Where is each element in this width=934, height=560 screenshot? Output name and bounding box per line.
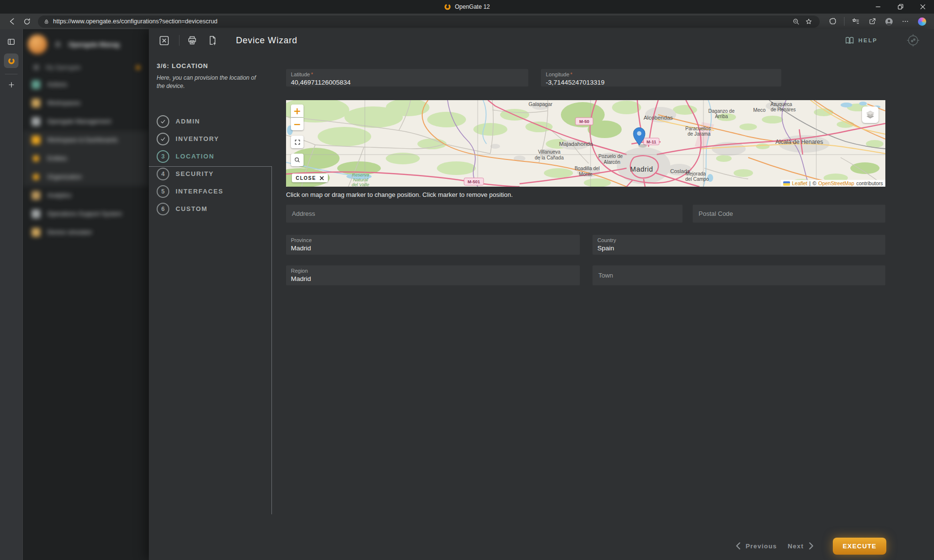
avatar[interactable] (28, 35, 47, 54)
print-icon[interactable] (186, 35, 198, 46)
map-close-button[interactable]: CLOSE (292, 174, 328, 182)
header-separator (179, 35, 180, 46)
map-hint-text: Click on map or drag marker to change po… (286, 191, 885, 198)
step-interfaces[interactable]: 5 INTERFACES (157, 183, 263, 200)
map-label: de Henares (771, 107, 796, 112)
settings-menu-icon[interactable] (898, 15, 913, 28)
share-icon[interactable] (865, 15, 880, 28)
country-value[interactable]: Spain (597, 245, 880, 252)
attrib-separator: | (809, 180, 811, 186)
url-text[interactable]: https://www.opengate.es/configurations?s… (53, 18, 790, 25)
notification-dot (136, 66, 140, 70)
map-zoom-out-button[interactable]: − (291, 118, 304, 130)
sidebar-item-actions[interactable]: Actions (23, 75, 149, 94)
latitude-value[interactable]: 40,46971126005834 (291, 79, 523, 86)
favorites-bar-icon[interactable] (848, 15, 863, 28)
osm-link[interactable]: OpenStreetMap (818, 180, 854, 186)
help-button[interactable]: HELP (844, 36, 878, 45)
sidebar-item-oss[interactable]: Operations Support System (23, 205, 149, 223)
active-site-tab[interactable] (4, 53, 18, 68)
browser-toolbar: https://www.opengate.es/configurations?s… (0, 14, 934, 29)
province-value[interactable]: Madrid (291, 245, 575, 252)
device-wizard-panel: Device Wizard HELP 3/6 (149, 29, 934, 560)
sidebar-item-device-simulator[interactable]: Device simulator (23, 223, 149, 242)
profile-avatar-icon[interactable] (881, 15, 896, 28)
refresh-button[interactable] (19, 15, 34, 28)
address-input[interactable]: Address (286, 205, 683, 223)
postal-code-input[interactable]: Postal Code (693, 205, 885, 223)
close-x-icon (320, 176, 324, 180)
restore-button[interactable] (889, 0, 912, 14)
town-input[interactable]: Town (593, 265, 885, 285)
postal-code-placeholder: Postal Code (699, 210, 733, 217)
map-zoom-in-button[interactable]: + (291, 105, 304, 117)
sidebar-search-label: My Opengate (46, 64, 130, 71)
map-tiles: M-50 M-11 M-501 Galapagar Alcobendas Dag… (286, 100, 885, 187)
previous-button[interactable]: Previous (735, 542, 777, 550)
required-asterisk: * (311, 71, 313, 77)
region-value[interactable]: Madrid (291, 275, 575, 282)
map-label: de la Cañada (535, 155, 564, 160)
map-layers-button[interactable] (862, 106, 879, 123)
wizard-header: Device Wizard HELP (149, 29, 934, 52)
close-wizard-icon[interactable] (158, 35, 170, 47)
app-sidebar-blurred: Opengate Manag My Opengate Actions Works… (23, 29, 149, 560)
map-label: Meco (753, 107, 766, 113)
step-inventory[interactable]: INVENTORY (157, 130, 263, 148)
dashboards-icon (32, 136, 40, 144)
sidebar-item-workspaces[interactable]: Workspaces (23, 94, 149, 112)
next-button[interactable]: Next (788, 542, 814, 550)
sidebar-item-workspace-dashboards[interactable]: Workspace & Dashboards (23, 131, 149, 149)
leaflet-link[interactable]: Leaflet (792, 180, 808, 186)
longitude-value[interactable]: -3,71445247013319 (546, 79, 776, 86)
map-close-label: CLOSE (296, 175, 316, 181)
longitude-field[interactable]: Longitude* -3,71445247013319 (541, 69, 781, 87)
address-placeholder: Address (292, 210, 315, 217)
map-search-button[interactable] (291, 154, 304, 166)
favorite-star-icon[interactable] (802, 16, 815, 27)
execute-button[interactable]: EXECUTE (833, 538, 886, 555)
map-label: Villanueva (538, 149, 560, 155)
window-title: OpenGate 12 (455, 3, 490, 10)
extensions-icon[interactable] (826, 15, 840, 28)
country-field[interactable]: Country Spain (593, 235, 885, 255)
step-location[interactable]: 3 LOCATION (157, 148, 263, 165)
sidebar-toggle-icon[interactable] (6, 37, 16, 47)
sidebar-search[interactable]: My Opengate (23, 59, 149, 75)
sidebar-item-organization[interactable]: Organization (23, 168, 149, 186)
steps-divider-horizontal (149, 166, 271, 167)
step-security[interactable]: 4 SECURITY (157, 165, 263, 183)
step-number: 3 (157, 150, 169, 163)
copilot-icon[interactable] (915, 15, 929, 28)
entities-icon (33, 156, 39, 161)
sidebar-item-analytics[interactable]: Analytics (23, 186, 149, 205)
map-fullscreen-button[interactable] (291, 136, 304, 148)
region-field[interactable]: Region Madrid (286, 265, 580, 285)
sidebar-item-entities[interactable]: Entities (23, 149, 149, 168)
province-field[interactable]: Province Madrid (286, 235, 580, 255)
address-bar[interactable]: https://www.opengate.es/configurations?s… (38, 16, 820, 28)
wizard-steps-panel: 3/6: LOCATION Here, you can provision th… (149, 52, 271, 285)
close-window-button[interactable] (912, 0, 934, 14)
device-simulator-icon (32, 228, 40, 237)
fullscreen-icon (294, 139, 301, 146)
step-admin[interactable]: ADMIN (157, 113, 263, 130)
zoom-indicator-icon[interactable] (790, 16, 802, 27)
step-number: 4 (157, 168, 169, 180)
road-badge-m501: M-501 (467, 179, 480, 184)
map-label-reserva: del Valle (352, 182, 369, 187)
steps-divider-vertical (271, 166, 272, 514)
latitude-field[interactable]: Latitude* 40,46971126005834 (286, 69, 528, 87)
file-export-icon[interactable] (207, 35, 218, 46)
wizard-settings-icon[interactable] (906, 33, 920, 48)
sidebar-item-opengate-management[interactable]: Opengate Management (23, 112, 149, 131)
new-tab-button[interactable] (7, 80, 16, 89)
map-label: Paracuellos (685, 126, 711, 131)
road-badge-m50: M-50 (579, 119, 590, 124)
minimize-button[interactable] (867, 0, 889, 14)
step-custom[interactable]: 6 CUSTOM (157, 200, 263, 218)
back-button[interactable] (5, 15, 19, 28)
opengate-logo-icon (8, 57, 15, 65)
map-canvas[interactable]: M-50 M-11 M-501 Galapagar Alcobendas Dag… (286, 100, 885, 187)
lock-icon (43, 18, 50, 25)
